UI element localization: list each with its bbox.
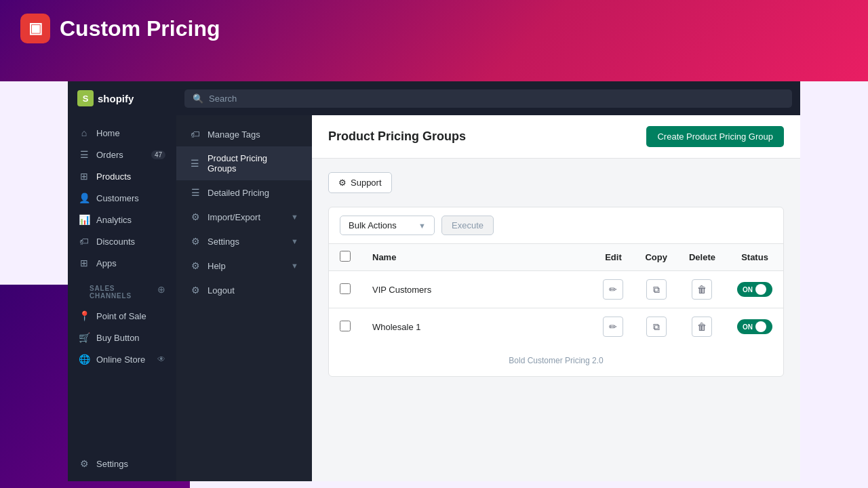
row1-checkbox[interactable] — [340, 283, 351, 294]
content-area: Product Pricing Groups Create Product Pr… — [312, 115, 800, 481]
pricing-groups-table: Name Edit Copy Delete Status — [329, 244, 783, 345]
support-button[interactable]: ⚙ Support — [328, 172, 392, 193]
sidebar-item-products-label: Products — [96, 171, 131, 182]
select-all-checkbox[interactable] — [340, 251, 351, 262]
orders-icon: ☰ — [79, 149, 90, 160]
sales-channels-title: SALES CHANNELS — [79, 277, 157, 302]
pricing-groups-table-container: Bulk Actions ▼ Execute Name — [328, 207, 784, 377]
settings-arrow-icon: ▼ — [291, 237, 298, 245]
sidebar-item-buy-button[interactable]: 🛒 Buy Button — [68, 327, 176, 348]
online-store-icon: 🌐 — [79, 354, 90, 365]
sidebar-item-products[interactable]: ⊞ Products — [68, 165, 176, 187]
apps-icon: ⊞ — [79, 258, 90, 268]
row2-delete-cell: 🗑 — [678, 308, 726, 346]
logout-icon: ⚙ — [190, 285, 201, 296]
row2-delete-button[interactable]: 🗑 — [692, 317, 712, 337]
sidebar-item-apps[interactable]: ⊞ Apps — [68, 252, 176, 274]
bulk-actions-dropdown[interactable]: Bulk Actions ▼ — [340, 216, 435, 235]
row2-checkbox-cell — [329, 308, 361, 346]
row1-edit-button[interactable]: ✏ — [603, 279, 623, 300]
sidebar-item-buy-button-label: Buy Button — [96, 333, 140, 343]
row2-edit-cell: ✏ — [592, 308, 634, 346]
sidebar-item-settings[interactable]: ⚙ Settings — [68, 453, 176, 474]
row2-toggle-circle — [755, 321, 766, 332]
help-icon: ⚙ — [190, 260, 201, 271]
sidebar-item-online-store-label: Online Store — [96, 354, 145, 365]
sidebar-item-online-store[interactable]: 🌐 Online Store 👁 — [68, 348, 176, 370]
content-header: Product Pricing Groups Create Product Pr… — [312, 115, 800, 159]
products-dropdown-menu: 🏷 Manage Tags ☰ Product Pricing Groups ☰… — [176, 115, 312, 481]
row1-name: VIP Customers — [372, 285, 431, 295]
shopify-logo: S shopify — [68, 90, 176, 106]
row2-copy-button[interactable]: ⧉ — [646, 317, 667, 337]
sales-channels-add-icon[interactable]: ⊕ — [157, 284, 165, 295]
sidebar-settings-label: Settings — [96, 459, 128, 469]
row2-status-toggle[interactable]: ON — [737, 319, 772, 334]
row2-copy-cell: ⧉ — [634, 308, 678, 346]
table-row: Wholesale 1 ✏ ⧉ 🗑 ON — [329, 308, 783, 346]
row2-checkbox[interactable] — [340, 321, 351, 331]
dropdown-item-import-export-label: Import/Export — [208, 212, 260, 222]
help-arrow-icon: ▼ — [291, 262, 298, 270]
search-bar[interactable]: 🔍 Search — [184, 89, 792, 108]
dropdown-item-detailed-pricing-label: Detailed Pricing — [208, 188, 269, 198]
discounts-icon: 🏷 — [79, 236, 90, 247]
sidebar-item-home[interactable]: ⌂ Home — [68, 122, 176, 144]
dropdown-item-detailed-pricing[interactable]: ☰ Detailed Pricing — [176, 180, 312, 205]
support-label: Support — [351, 178, 382, 188]
dropdown-item-logout[interactable]: ⚙ Logout — [176, 278, 312, 302]
row1-delete-button[interactable]: 🗑 — [692, 279, 712, 300]
buy-button-icon: 🛒 — [79, 332, 90, 343]
row2-status-cell: ON — [726, 308, 783, 346]
row1-toggle-circle — [755, 284, 766, 295]
online-store-eye-icon[interactable]: 👁 — [157, 354, 165, 364]
table-body: VIP Customers ✏ ⧉ 🗑 ON — [329, 271, 783, 346]
sidebar-item-apps-label: Apps — [96, 258, 117, 268]
product-pricing-groups-icon: ☰ — [190, 158, 201, 169]
import-export-arrow-icon: ▼ — [291, 213, 298, 221]
sidebar-item-discounts[interactable]: 🏷 Discounts — [68, 230, 176, 252]
dropdown-item-manage-tags-label: Manage Tags — [208, 129, 260, 140]
create-product-pricing-group-button[interactable]: Create Product Pricing Group — [646, 126, 784, 147]
shopify-logo-text: shopify — [98, 93, 134, 104]
dropdown-item-settings-label: Settings — [208, 237, 239, 247]
row1-copy-button[interactable]: ⧉ — [646, 279, 667, 300]
settings-icon: ⚙ — [79, 458, 90, 469]
sidebar-item-discounts-label: Discounts — [96, 237, 135, 247]
app-logo-icon: ▣ — [20, 14, 50, 43]
row1-status-cell: ON — [726, 271, 783, 308]
column-checkbox — [329, 244, 361, 271]
sidebar-item-home-label: Home — [96, 128, 120, 138]
shopify-logo-icon: S — [77, 90, 94, 106]
dropdown-item-manage-tags[interactable]: 🏷 Manage Tags — [176, 122, 312, 146]
dropdown-item-settings[interactable]: ⚙ Settings ▼ — [176, 229, 312, 253]
content-body: ⚙ Support Bulk Actions ▼ Execute — [312, 159, 800, 390]
products-icon: ⊞ — [79, 171, 90, 182]
row1-status-toggle[interactable]: ON — [737, 282, 772, 297]
dropdown-item-help[interactable]: ⚙ Help ▼ — [176, 253, 312, 278]
sidebar-item-customers[interactable]: 👤 Customers — [68, 187, 176, 209]
column-name: Name — [361, 244, 592, 271]
sidebar-bottom: ⚙ Settings — [68, 446, 176, 481]
execute-button[interactable]: Execute — [441, 216, 494, 235]
search-icon: 🔍 — [193, 94, 203, 104]
bulk-actions-label: Bulk Actions — [349, 220, 397, 230]
dropdown-item-logout-label: Logout — [208, 285, 235, 296]
sidebar-item-orders[interactable]: ☰ Orders 47 — [68, 144, 176, 165]
table-header-row: Name Edit Copy Delete Status — [329, 244, 783, 271]
sidebar-item-analytics[interactable]: 📊 Analytics — [68, 209, 176, 230]
sidebar-item-analytics-label: Analytics — [96, 215, 132, 225]
table-row: VIP Customers ✏ ⧉ 🗑 ON — [329, 271, 783, 308]
dropdown-item-help-label: Help — [208, 261, 226, 271]
column-delete: Delete — [678, 244, 726, 271]
sidebar-item-pos[interactable]: 📍 Point of Sale — [68, 305, 176, 327]
column-edit: Edit — [592, 244, 634, 271]
row1-name-cell: VIP Customers — [361, 271, 592, 308]
pos-icon: 📍 — [79, 310, 90, 321]
row2-edit-button[interactable]: ✏ — [603, 317, 623, 337]
dropdown-item-product-pricing-groups[interactable]: ☰ Product Pricing Groups — [176, 146, 312, 180]
manage-tags-icon: 🏷 — [190, 129, 201, 140]
dropdown-item-import-export[interactable]: ⚙ Import/Export ▼ — [176, 205, 312, 229]
app-title: Custom Pricing — [60, 16, 220, 41]
content-title: Product Pricing Groups — [328, 129, 466, 144]
